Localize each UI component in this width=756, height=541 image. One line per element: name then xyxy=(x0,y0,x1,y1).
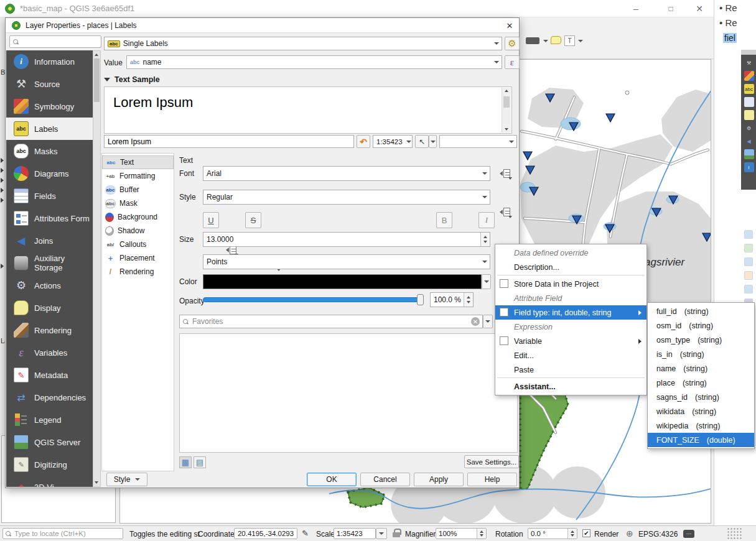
scroll-down-icon[interactable] xyxy=(505,128,508,131)
chevron-down-icon[interactable] xyxy=(506,136,516,147)
minimize-button[interactable]: – xyxy=(622,0,650,17)
magnifier-spinner[interactable]: 100% xyxy=(436,528,487,539)
bold-button[interactable]: B xyxy=(436,212,452,228)
sidebar-item-symbology[interactable]: Symbology xyxy=(6,95,93,118)
color-dropdown-button[interactable] xyxy=(482,274,491,289)
sidebar-item-labels[interactable]: abcLabels xyxy=(6,118,93,140)
scroll-down-icon[interactable] xyxy=(95,481,98,484)
dialog-close-button[interactable]: ✕ xyxy=(500,18,519,33)
sidebar-item-actions[interactable]: ⚙Actions xyxy=(6,274,93,297)
spinner-arrows[interactable] xyxy=(567,529,577,539)
measure-tool-icon[interactable] xyxy=(526,37,539,44)
sidebar-item-metadata[interactable]: ✎Metadata xyxy=(6,364,93,386)
opacity-slider[interactable] xyxy=(203,297,422,302)
properties-search-box[interactable] xyxy=(9,35,101,48)
tab-text[interactable]: abcText xyxy=(102,155,174,169)
map-tips-icon[interactable] xyxy=(551,36,561,44)
expression-builder-button[interactable]: ε xyxy=(505,55,520,69)
apply-button[interactable]: Apply xyxy=(414,473,464,486)
tab-buffer[interactable]: abcBuffer xyxy=(102,183,174,197)
sidebar-item-information[interactable]: iInformation xyxy=(6,50,93,73)
sidebar-item-source[interactable]: ⚒Source xyxy=(6,73,93,95)
font-style-select[interactable]: Regular xyxy=(203,190,490,205)
underline-button[interactable]: U xyxy=(203,212,219,228)
placement-settings-button[interactable]: ⚙ xyxy=(505,37,520,50)
field-item-name[interactable]: name(string) xyxy=(648,361,754,376)
size-unit-select[interactable]: Points xyxy=(203,254,490,269)
size-spinner[interactable]: 13.0000 xyxy=(203,232,490,247)
spinner-arrows[interactable] xyxy=(480,233,490,246)
field-item-wikipedia[interactable]: wikipedia(string) xyxy=(648,418,754,433)
cancel-button[interactable]: Cancel xyxy=(360,473,410,486)
map-cursor-button[interactable]: ↖ xyxy=(415,135,429,148)
sample-background-select[interactable] xyxy=(439,135,517,148)
pen-icon[interactable]: ✎ xyxy=(302,529,309,538)
sample-text-input[interactable] xyxy=(104,135,354,148)
chevron-down-icon[interactable] xyxy=(480,190,490,204)
label-mode-select[interactable]: abc Single Labels xyxy=(104,37,502,50)
style-menu-button[interactable]: Style xyxy=(106,473,147,486)
sidebar-item-masks[interactable]: abcMasks xyxy=(6,140,93,162)
font-select[interactable]: Arial xyxy=(203,166,490,181)
messages-icon[interactable]: … xyxy=(683,530,694,538)
chevron-down-icon[interactable] xyxy=(480,255,490,269)
chevron-down-icon[interactable] xyxy=(406,136,412,147)
scroll-up-icon[interactable] xyxy=(95,53,98,56)
field-item-sagns-id[interactable]: sagns_id(string) xyxy=(648,390,754,404)
tab-formatting[interactable]: +abFormatting xyxy=(102,169,174,183)
checkbox-icon[interactable] xyxy=(500,308,508,317)
rotation-spinner[interactable]: 0.0 ° xyxy=(528,528,577,539)
chevron-down-icon[interactable] xyxy=(480,167,490,180)
text-annotation-icon[interactable]: T xyxy=(564,35,575,46)
opacity-slider-handle[interactable] xyxy=(417,294,424,305)
sidebar-item-display[interactable]: Display xyxy=(6,297,93,319)
icon-view-button[interactable]: ▦ xyxy=(179,456,192,468)
sidebar-item-digitizing[interactable]: ✎Digitizing xyxy=(6,453,93,476)
tab-background[interactable]: Background xyxy=(102,210,174,224)
locate-search[interactable]: Type to locate (Ctrl+K) xyxy=(2,528,123,539)
sidebar-item-3d-vi[interactable]: ◆3D Vi xyxy=(6,476,93,487)
menu-item-field-type-int-double-string[interactable]: Field type: int, double, string xyxy=(495,305,646,320)
annotation-dropdown-icon[interactable] xyxy=(578,40,583,42)
favorites-dropdown-button[interactable] xyxy=(483,315,493,328)
preview-scrollbar[interactable] xyxy=(502,88,511,132)
maximize-button[interactable]: □ xyxy=(657,0,684,17)
globe-icon[interactable]: ⊕ xyxy=(626,529,633,539)
menu-item-assistant[interactable]: Assistant... xyxy=(495,379,646,394)
list-view-button[interactable]: ▤ xyxy=(194,456,206,468)
coordinate-input[interactable]: 20.4195,-34.0293 xyxy=(234,528,297,539)
opacity-spinner[interactable]: 100.0 % xyxy=(430,292,474,307)
value-field-select[interactable]: abc name xyxy=(126,55,502,69)
sidebar-item-auxiliary-storage[interactable]: Auxiliary Storage xyxy=(6,252,93,274)
tab-shadow[interactable]: Shadow xyxy=(102,224,174,238)
scale-dropdown-button[interactable] xyxy=(376,528,387,539)
checkbox-icon[interactable] xyxy=(500,336,508,345)
field-item-full-id[interactable]: full_id(string) xyxy=(648,304,754,318)
measure-dropdown-icon[interactable] xyxy=(543,40,548,42)
scroll-up-icon[interactable] xyxy=(505,90,508,92)
style-override-button[interactable] xyxy=(497,205,513,220)
tab-rendering[interactable]: /Rendering xyxy=(102,265,174,279)
menu-item-variable[interactable]: Variable xyxy=(495,334,646,348)
render-checkbox[interactable]: ✔ xyxy=(582,529,590,537)
tab-mask[interactable]: abcMask xyxy=(102,197,174,210)
field-item-wikidata[interactable]: wikidata(string) xyxy=(648,404,754,418)
sidebar-item-dependencies[interactable]: ⇄Dependencies xyxy=(6,386,93,409)
tab-placement[interactable]: +Placement xyxy=(102,251,174,265)
tab-callouts[interactable]: ab/Callouts xyxy=(102,238,174,251)
style-list-area[interactable] xyxy=(179,333,518,453)
save-settings-button[interactable]: Save Settings... xyxy=(464,455,519,468)
spinner-arrows[interactable] xyxy=(477,529,486,539)
reset-sample-button[interactable]: ↶ xyxy=(357,135,370,148)
field-item-osm-id[interactable]: osm_id(string) xyxy=(648,318,754,333)
help-button[interactable]: Help xyxy=(467,473,517,486)
sample-scale-select[interactable]: 1:35423 xyxy=(373,135,413,148)
sidebar-item-variables[interactable]: εVariables xyxy=(6,341,93,364)
sidebar-item-diagrams[interactable]: Diagrams xyxy=(6,162,93,185)
menu-item-paste[interactable]: Paste xyxy=(495,363,646,377)
font-override-button[interactable] xyxy=(497,166,513,181)
ok-button[interactable]: OK xyxy=(307,473,357,486)
clear-icon[interactable]: ✕ xyxy=(471,317,480,326)
sidebar-item-qgis-server[interactable]: QGIS Server xyxy=(6,431,93,453)
sidebar-scrollbar[interactable] xyxy=(93,50,101,487)
